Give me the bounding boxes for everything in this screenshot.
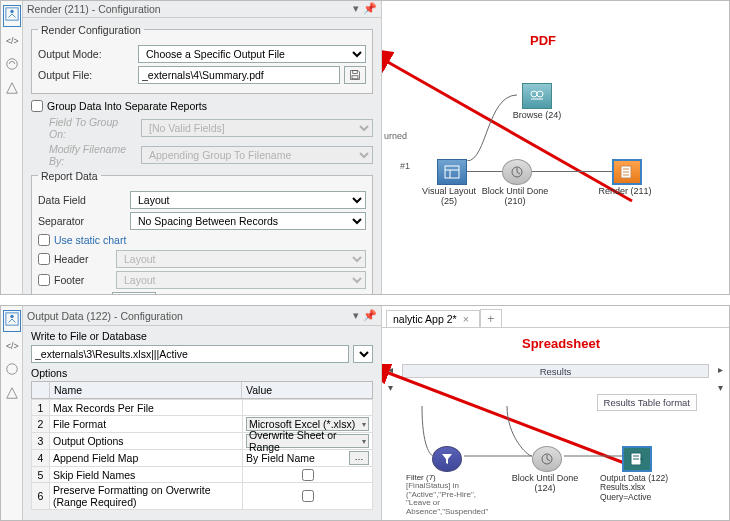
svg-rect-6: [352, 76, 358, 79]
xml-tab-icon[interactable]: </>: [5, 33, 19, 51]
spreadsheet-label: Spreadsheet: [522, 336, 600, 351]
report-data-legend: Report Data: [38, 170, 101, 182]
add-tab-button[interactable]: +: [480, 309, 502, 327]
svg-text:</>: </>: [5, 36, 18, 46]
wire: [467, 171, 502, 172]
svg-marker-4: [6, 83, 17, 94]
field-group-label: Field To Group On:: [49, 116, 137, 140]
section-toggle-right[interactable]: ▾: [718, 382, 723, 393]
header-checkbox[interactable]: [38, 253, 50, 265]
svg-point-9: [531, 91, 537, 97]
table-row: 1Max Records Per File: [32, 400, 373, 416]
output-path-input[interactable]: [31, 345, 349, 363]
help-tab-icon[interactable]: [5, 386, 19, 404]
output-data-label: Output Data (122) Results.xlsx Query=Act…: [600, 474, 670, 502]
panel-title: Render (211) - Configuration: [27, 3, 161, 15]
collapse-right-icon[interactable]: ▸: [718, 364, 723, 375]
anchor-1-label: #1: [400, 161, 410, 171]
options-grid[interactable]: 1Max Records Per File 2File FormatMicros…: [31, 399, 373, 510]
field-map-button[interactable]: …: [349, 451, 369, 465]
render-config-legend: Render Configuration: [38, 24, 144, 36]
urned-text: urned: [384, 131, 407, 141]
svg-point-20: [10, 315, 14, 319]
svg-point-1: [10, 10, 14, 14]
separator-select[interactable]: No Spacing Between Records: [130, 212, 366, 230]
tab-app[interactable]: nalytic App 2*×: [386, 310, 480, 327]
table-row: 6Preserve Formatting on Overwrite (Range…: [32, 483, 373, 510]
annotate-tab-icon[interactable]: [5, 362, 19, 380]
help-tab-icon[interactable]: [5, 81, 19, 99]
write-legend: Write to File or Database: [31, 330, 373, 342]
visual-layout-label: Visual Layout (25): [414, 187, 484, 207]
pin-icon[interactable]: 📌: [363, 2, 377, 15]
header-label: Header: [54, 253, 112, 265]
footer-checkbox[interactable]: [38, 274, 50, 286]
output-options-select[interactable]: Overwrite Sheet or Range: [246, 434, 369, 448]
filter-tool-label: Filter (7) [FinalStatus] in ("Active","P…: [406, 474, 486, 516]
svg-rect-5: [353, 70, 358, 73]
footer-select: Layout: [116, 271, 366, 289]
output-mode-label: Output Mode:: [38, 48, 134, 60]
table-row: 3Output OptionsOverwrite Sheet or Range: [32, 433, 373, 450]
close-icon[interactable]: ×: [463, 313, 469, 325]
group-data-checkbox[interactable]: [31, 100, 43, 112]
block-until-done-label: Block Until Done (210): [480, 187, 550, 207]
skip-field-names-checkbox[interactable]: [302, 469, 314, 481]
static-chart-label: Use static chart: [54, 234, 126, 246]
svg-point-3: [6, 59, 17, 70]
panel-title: Output Data (122) - Configuration: [27, 310, 183, 322]
modify-fn-label: Modify Filename By:: [49, 143, 137, 167]
table-row: 5Skip Field Names: [32, 467, 373, 483]
static-chart-checkbox[interactable]: [38, 234, 50, 246]
footer-label: Footer: [54, 274, 112, 286]
edge-distance-spinner[interactable]: 0 ▴▾: [112, 292, 156, 294]
svg-rect-11: [445, 166, 459, 178]
modify-fn-select: Appending Group To Filename: [141, 146, 373, 164]
group-data-label: Group Data Into Separate Reports: [47, 100, 207, 112]
output-file-label: Output File:: [38, 69, 134, 81]
block-until-done-tool[interactable]: [502, 159, 532, 185]
visual-layout-tool[interactable]: [437, 159, 467, 185]
pin-icon[interactable]: 📌: [363, 309, 377, 322]
field-group-select: [No Valid Fields]: [141, 119, 373, 137]
options-label: Options: [31, 367, 373, 379]
block-until-done-label: Block Until Done (124): [510, 474, 580, 494]
annotate-tab-icon[interactable]: [5, 57, 19, 75]
output-file-input[interactable]: [138, 66, 340, 84]
collapse-icon[interactable]: ▾: [349, 2, 363, 15]
data-field-select[interactable]: Layout: [130, 191, 366, 209]
svg-point-22: [6, 364, 17, 375]
output-mode-select[interactable]: Choose a Specific Output File: [138, 45, 366, 63]
separator-label: Separator: [38, 215, 126, 227]
save-file-button[interactable]: [344, 66, 366, 84]
config-tab-icon[interactable]: [3, 5, 21, 27]
output-path-dropdown[interactable]: [353, 345, 373, 363]
wire: [532, 171, 612, 172]
options-grid-header: Name Value: [31, 381, 373, 399]
svg-point-10: [537, 91, 543, 97]
collapse-icon[interactable]: ▾: [349, 309, 363, 322]
data-field-label: Data Field: [38, 194, 126, 206]
render-tool-label: Render (211): [590, 187, 660, 197]
render-tool[interactable]: [612, 159, 642, 185]
preserve-formatting-checkbox[interactable]: [302, 490, 314, 502]
config-tab-icon[interactable]: [3, 310, 21, 332]
svg-text:</>: </>: [5, 341, 18, 351]
xml-tab-icon[interactable]: </>: [5, 338, 19, 356]
svg-marker-23: [6, 388, 17, 399]
header-select: Layout: [116, 250, 366, 268]
